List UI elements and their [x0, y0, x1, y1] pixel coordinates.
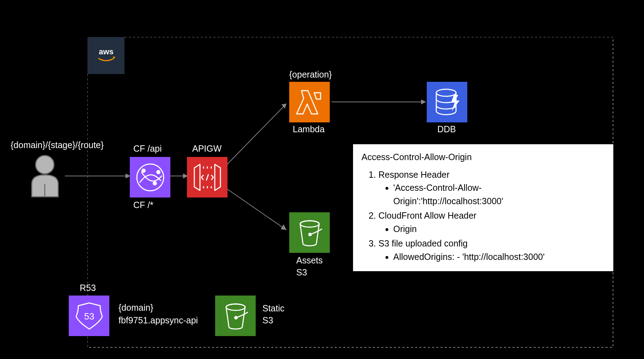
note-list: Response Header 'Access-Control-Allow-Or…	[362, 168, 606, 264]
svg-line-10	[211, 177, 213, 180]
r53-label: R53	[80, 282, 96, 294]
svg-point-4	[141, 169, 146, 173]
note-sub-3: AllowedOrigins: - 'http://localhost:3000…	[393, 250, 606, 264]
arrow-apigw-s3	[226, 187, 296, 240]
lambda-op-label: {operation}	[289, 69, 332, 81]
r53-domain2-label: fbf9751.appsync-api	[119, 315, 198, 327]
cf-default-label: CF /*	[133, 199, 153, 211]
ddb-label: DDB	[437, 123, 456, 135]
svg-point-1	[36, 156, 54, 174]
note-title: Access-Control-Allow-Origin	[362, 151, 606, 164]
route53-icon: 53	[69, 296, 109, 336]
cloudfront-icon	[130, 157, 170, 197]
svg-line-24	[227, 104, 286, 164]
dynamodb-icon	[427, 82, 467, 122]
svg-line-9	[211, 175, 213, 177]
note-item-2: CloudFront Allow Header	[378, 211, 476, 220]
cors-note: Access-Control-Allow-Origin Response Hea…	[353, 144, 614, 272]
svg-point-22	[226, 304, 245, 310]
user-route-label: {domain}/{stage}/{route}	[11, 139, 104, 151]
arrow-lambda-ddb-head	[421, 99, 426, 104]
arrow-user-cf-head	[126, 174, 130, 178]
arrow-user-cf	[65, 176, 127, 176]
svg-line-8	[201, 177, 203, 180]
lambda-name-label: Lambda	[293, 123, 324, 135]
static-s3-icon	[215, 296, 256, 336]
svg-point-5	[156, 170, 160, 174]
note-item-3: S3 file uploaded config	[378, 238, 468, 248]
arrow-apigw-lambda	[226, 99, 296, 166]
user-icon	[26, 152, 63, 198]
svg-line-26	[227, 189, 286, 230]
api-gateway-icon	[187, 157, 227, 197]
static-s3-label: Static S3	[262, 303, 285, 327]
r53-domain1-label: {domain}	[119, 302, 153, 314]
note-sub-1: 'Access-Control-Allow-Origin':'http://lo…	[393, 181, 534, 208]
svg-text:53: 53	[84, 311, 94, 322]
arrow-cf-apigw	[170, 176, 184, 176]
note-item-1: Response Header	[378, 170, 450, 180]
assets-s3-label: Assets S3	[296, 255, 323, 279]
svg-marker-27	[281, 224, 286, 230]
cf-api-label: CF /api	[133, 143, 162, 155]
svg-point-18	[436, 89, 456, 96]
svg-point-6	[153, 181, 157, 185]
arrow-cf-apigw-head	[183, 174, 188, 178]
note-sub-2: Origin	[393, 223, 606, 236]
arrow-lambda-ddb	[332, 102, 423, 102]
svg-line-7	[201, 175, 203, 177]
apigw-label: APIGW	[192, 143, 221, 155]
svg-point-19	[300, 221, 319, 227]
svg-line-11	[206, 174, 208, 181]
